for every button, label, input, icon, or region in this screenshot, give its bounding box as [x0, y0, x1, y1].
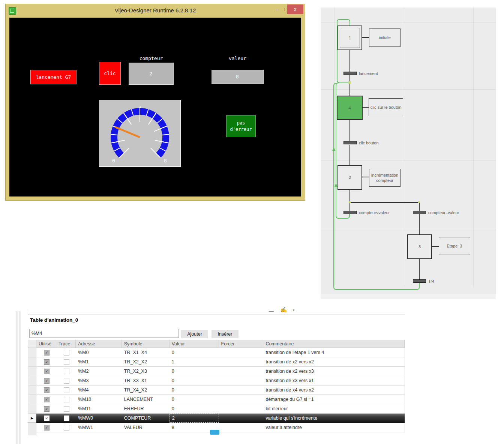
table-cell	[56, 357, 76, 366]
column-header-adresse[interactable]: Adresse	[76, 340, 122, 348]
table-row[interactable]: ✓%M0TR_X1_X40transition de l'étape 1 ver…	[28, 348, 405, 357]
checkbox-checked[interactable]: ✓	[44, 416, 50, 421]
checkbox-unchecked[interactable]	[64, 359, 69, 365]
status-box: pas d'erreur	[226, 115, 256, 137]
table-cell	[219, 357, 264, 366]
sfc-editor-panel: 1 initiale 4 clic sur le bouton 2 incrém…	[321, 8, 496, 299]
column-header-forcer[interactable]: Forcer	[219, 340, 264, 348]
table-cell: 0	[170, 348, 219, 357]
checkbox-checked[interactable]: ✓	[44, 397, 50, 402]
status-line2: d'erreur	[230, 126, 252, 132]
sfc-step-2[interactable]: 2	[338, 165, 362, 190]
sfc-transition-compteur-eq-valeur[interactable]	[413, 211, 426, 214]
close-button[interactable]: x	[287, 4, 303, 14]
sfc-transition-compteur-lt-valeur[interactable]	[344, 211, 357, 214]
checkbox-checked[interactable]: ✓	[44, 378, 50, 384]
table-row[interactable]: ✓%M4TR_X4_X20transition de x4 vers x2	[28, 386, 405, 395]
checkbox-unchecked[interactable]	[64, 369, 69, 374]
checkbox-checked[interactable]: ✓	[44, 406, 50, 412]
row-header-cell: ▶	[28, 414, 36, 423]
sfc-step-1-initial[interactable]: 1	[338, 26, 362, 50]
table-cell: 0	[170, 404, 219, 413]
table-cell: TR_X1_X4	[122, 348, 170, 357]
horizontal-scrollbar[interactable]	[321, 294, 496, 299]
checkbox-checked[interactable]: ✓	[44, 387, 50, 393]
table-cell: TR_X4_X2	[122, 386, 170, 394]
table-row-selected[interactable]: ▶✓%MW0COMPTEUR2variable qui s'incrémente	[28, 414, 405, 423]
checkbox-checked[interactable]: ✓	[44, 425, 50, 430]
table-cell	[219, 376, 264, 385]
inserer-button[interactable]: Insérer	[212, 330, 238, 338]
table-cell: transition de l'étape 1 vers 4	[263, 348, 405, 357]
column-header-utilise[interactable]: Utilisé	[36, 340, 56, 348]
checkbox-unchecked[interactable]	[64, 425, 69, 430]
sfc-transition-label: lancement	[359, 71, 378, 76]
ajouter-button[interactable]: Ajouter	[181, 330, 208, 338]
checkbox-unchecked[interactable]	[64, 406, 69, 412]
column-header-commentaire[interactable]: Commentaire	[263, 340, 405, 348]
titlebar[interactable]: Vijeo-Designer Runtime 6.2.8.12 – □ x	[6, 4, 305, 18]
table-cell: VALEUR	[122, 423, 170, 432]
checkbox-unchecked[interactable]	[64, 416, 69, 421]
checkbox-checked[interactable]: ✓	[44, 350, 50, 356]
table-row[interactable]: ✓%M2TR_X2_X30transition de x2 vers x3	[28, 367, 405, 376]
sfc-transition-clic-bouton[interactable]	[344, 141, 357, 144]
toolbar-force-icon[interactable]: ✍	[279, 306, 288, 313]
table-cell: %M11	[76, 404, 122, 413]
panel-splitter[interactable]	[20, 311, 21, 444]
table-cell: ✓	[36, 357, 56, 366]
address-input[interactable]	[29, 329, 179, 338]
lancement-g7-button[interactable]: lancement G7	[30, 70, 76, 84]
table-row[interactable]: ✓%M11ERREUR0bit d'erreur	[28, 404, 405, 414]
minimize-button[interactable]: –	[273, 6, 281, 12]
row-header-cell	[28, 386, 36, 394]
table-cell: ✓	[36, 386, 56, 394]
table-cell: ERREUR	[122, 404, 170, 413]
clic-button[interactable]: clic	[99, 62, 121, 85]
table-cell: LANCEMENT	[122, 395, 170, 404]
table-cell: ✓	[36, 367, 56, 376]
checkbox-unchecked[interactable]	[64, 397, 69, 402]
table-cell: %M4	[76, 386, 122, 394]
panel-splitter[interactable]	[16, 311, 18, 444]
table-row[interactable]: ✓%M10LANCEMENT0démarrage du G7 si =1	[28, 395, 405, 404]
gauge-max-label: 8	[164, 158, 167, 164]
table-cell	[56, 348, 76, 357]
sfc-comment-initiale[interactable]: initiale	[369, 28, 400, 47]
animation-table: Utilisé Trace Adresse Symbole Valeur For…	[28, 340, 405, 432]
table-row[interactable]: ✓%M3TR_X3_X10transition de x3 vers x1	[28, 376, 405, 386]
toolbar-dash-icon[interactable]: —	[268, 308, 275, 314]
checkbox-unchecked[interactable]	[64, 387, 69, 393]
sfc-comment-incrementation[interactable]: incrémentation compteur	[369, 169, 400, 187]
sfc-step-3[interactable]: 3	[407, 234, 432, 259]
table-cell: 0	[170, 395, 219, 404]
table-cell: ✓	[36, 414, 56, 423]
column-header-valeur[interactable]: Valeur	[170, 340, 219, 348]
sfc-comment-clic-sur-le-bouton[interactable]: clic sur le bouton	[369, 98, 403, 116]
table-row[interactable]: ✓%M1TR_X2_X21transition de x2 vers x2	[28, 357, 405, 367]
checkbox-checked[interactable]: ✓	[44, 359, 50, 365]
table-cell: ✓	[36, 395, 56, 404]
sfc-step-4-active[interactable]: 4	[337, 96, 363, 120]
table-cell: ✓	[36, 348, 56, 357]
table-cell: bit d'erreur	[263, 404, 405, 413]
table-cell: %M1	[76, 357, 122, 366]
table-body: ✓%M0TR_X1_X40transition de l'étape 1 ver…	[28, 348, 405, 432]
table-cell: 0	[170, 376, 219, 385]
sfc-transition-tr4[interactable]	[413, 279, 426, 283]
sfc-transition-lancement[interactable]	[344, 72, 357, 75]
column-header-symbole[interactable]: Symbole	[122, 340, 170, 348]
sfc-comment-etape3[interactable]: Etape_3	[439, 237, 470, 255]
column-header-trace[interactable]: Trace	[56, 340, 76, 348]
table-cell: TR_X2_X3	[122, 367, 170, 376]
sfc-step-1-inner-border	[340, 28, 360, 48]
toolbar-caret-down-icon[interactable]: ▾	[292, 308, 296, 312]
checkbox-checked[interactable]: ✓	[44, 369, 50, 374]
gauge-min-label: 0	[112, 158, 115, 164]
table-cell: %M10	[76, 395, 122, 404]
table-cell: ✓	[36, 404, 56, 413]
table-cell: 0	[170, 386, 219, 394]
checkbox-unchecked[interactable]	[64, 378, 69, 384]
sfc-green-links	[334, 20, 419, 290]
checkbox-unchecked[interactable]	[64, 350, 69, 356]
